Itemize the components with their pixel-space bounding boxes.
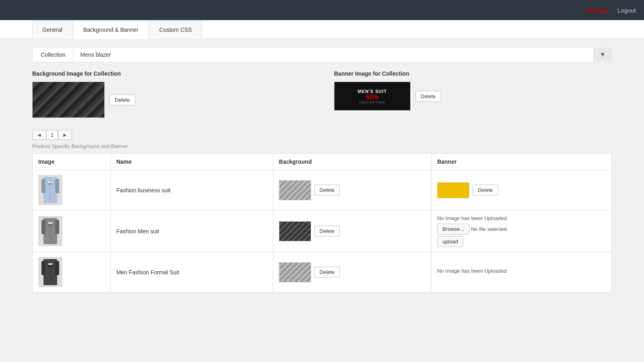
product-image-cell bbox=[33, 170, 111, 210]
svg-rect-16 bbox=[55, 261, 59, 275]
no-image-text: No Image has been Uploaded bbox=[437, 215, 606, 221]
tab-background-banner[interactable]: Background & Banner bbox=[73, 21, 149, 39]
suit-icon bbox=[40, 259, 60, 285]
svg-rect-10 bbox=[55, 220, 59, 234]
row2-background-delete-button[interactable]: Delete bbox=[314, 226, 340, 237]
banner-text-1: MEN'S SUIT bbox=[358, 89, 387, 94]
top-navigation: Settings Logout bbox=[0, 0, 644, 20]
pagination: ◄ 1 ► bbox=[32, 130, 612, 140]
product-background-cell: Delete bbox=[273, 210, 431, 252]
upload-controls: Browse... No file selected. bbox=[437, 224, 606, 234]
bg-delete-row: Delete bbox=[279, 221, 425, 241]
svg-rect-2 bbox=[48, 181, 52, 183]
svg-rect-15 bbox=[41, 261, 45, 275]
col-image: Image bbox=[33, 154, 111, 170]
svg-rect-3 bbox=[41, 179, 45, 193]
table-header-row: Image Name Background Banner bbox=[33, 154, 612, 170]
suit-icon bbox=[40, 177, 60, 203]
main-content: Collection Mens blazer ▼ Background Imag… bbox=[0, 39, 644, 300]
background-image-preview bbox=[32, 82, 105, 118]
product-name: Fashion business suit bbox=[116, 187, 171, 193]
background-thumbnail bbox=[279, 221, 311, 241]
banner-image-preview-row: MEN'S SUIT 50% COLLECTION Delete bbox=[334, 82, 612, 111]
product-name: Men Fashion Formal Suit bbox=[116, 269, 179, 276]
background-image-delete-button[interactable]: Delete bbox=[109, 95, 135, 105]
product-banner-cell: No Image has been Uploaded Browse... No … bbox=[431, 210, 612, 252]
collection-value: Mens blazer bbox=[74, 47, 593, 62]
product-image-cell bbox=[33, 210, 111, 252]
background-image-block: Background Image for Collection Delete bbox=[32, 70, 310, 118]
banner-image-delete-button[interactable]: Delete bbox=[415, 91, 441, 102]
upload-button[interactable]: upload bbox=[437, 236, 463, 247]
collection-label: Collection bbox=[33, 47, 74, 62]
bg-stripes-decoration bbox=[33, 82, 104, 117]
background-thumbnail bbox=[279, 262, 311, 282]
svg-rect-8 bbox=[48, 222, 52, 224]
svg-rect-4 bbox=[55, 179, 59, 193]
product-section-label: Product Specific Background and Banner bbox=[32, 143, 612, 149]
background-image-title: Background Image for Collection bbox=[32, 70, 310, 77]
product-image bbox=[38, 216, 62, 246]
bg-delete-row: Delete bbox=[279, 262, 425, 282]
prev-page-button[interactable]: ◄ bbox=[32, 130, 46, 140]
background-thumbnail bbox=[279, 180, 311, 200]
banner-delete-row: Delete bbox=[437, 182, 606, 198]
row3-background-delete-button[interactable]: Delete bbox=[314, 267, 340, 278]
bg-delete-row: Delete bbox=[279, 180, 425, 200]
table-row: Fashion Men suit Delete No Image has bee… bbox=[33, 210, 612, 252]
tab-general[interactable]: General bbox=[32, 21, 72, 39]
col-banner: Banner bbox=[431, 154, 612, 170]
product-image bbox=[38, 175, 62, 205]
product-name: Fashion Men suit bbox=[116, 228, 159, 234]
banner-text-2: 50% bbox=[366, 94, 379, 101]
col-background: Background bbox=[273, 154, 431, 170]
banner-thumbnail bbox=[437, 182, 469, 198]
svg-rect-14 bbox=[48, 263, 52, 265]
product-image bbox=[38, 257, 62, 287]
collection-dropdown-button[interactable]: ▼ bbox=[593, 48, 611, 62]
product-background-cell: Delete bbox=[273, 252, 431, 292]
background-image-preview-row: Delete bbox=[32, 82, 310, 118]
products-table: Image Name Background Banner bbox=[32, 153, 612, 292]
no-image-text: No Image has been Uploaded bbox=[437, 268, 606, 274]
next-page-button[interactable]: ► bbox=[58, 130, 72, 140]
no-banner-upload: No Image has been Uploaded Browse... No … bbox=[437, 215, 606, 247]
product-name-cell: Men Fashion Formal Suit bbox=[110, 252, 273, 292]
images-section: Background Image for Collection Delete B… bbox=[32, 70, 612, 118]
suit-icon bbox=[40, 218, 60, 244]
collection-selector: Collection Mens blazer ▼ bbox=[32, 47, 612, 62]
table-row: Men Fashion Formal Suit Delete No Image … bbox=[33, 252, 612, 292]
logout-link[interactable]: Logout bbox=[617, 7, 636, 14]
banner-image-preview: MEN'S SUIT 50% COLLECTION bbox=[334, 82, 411, 111]
banner-image-block: Banner Image for Collection MEN'S SUIT 5… bbox=[334, 70, 612, 118]
product-banner-cell: Delete bbox=[431, 170, 612, 210]
product-name-cell: Fashion business suit bbox=[110, 170, 273, 210]
file-selected-text: No file selected. bbox=[471, 226, 508, 232]
settings-link[interactable]: Settings bbox=[586, 7, 609, 14]
row1-banner-delete-button[interactable]: Delete bbox=[473, 185, 498, 195]
tabs-bar: General Background & Banner Custom CSS bbox=[0, 20, 644, 39]
row1-background-delete-button[interactable]: Delete bbox=[314, 185, 340, 195]
product-background-cell: Delete bbox=[273, 170, 431, 210]
browse-button[interactable]: Browse... bbox=[437, 224, 469, 234]
col-name: Name bbox=[110, 154, 273, 170]
product-image-cell bbox=[33, 252, 111, 292]
banner-text-3: COLLECTION bbox=[359, 101, 386, 104]
svg-rect-9 bbox=[41, 220, 45, 234]
table-row: Fashion business suit Delete Delete bbox=[33, 170, 612, 210]
current-page-button[interactable]: 1 bbox=[46, 130, 58, 140]
tab-custom-css[interactable]: Custom CSS bbox=[149, 21, 202, 39]
banner-image-title: Banner Image for Collection bbox=[334, 70, 612, 77]
product-name-cell: Fashion Men suit bbox=[110, 210, 273, 252]
product-banner-cell: No Image has been Uploaded bbox=[431, 252, 612, 292]
